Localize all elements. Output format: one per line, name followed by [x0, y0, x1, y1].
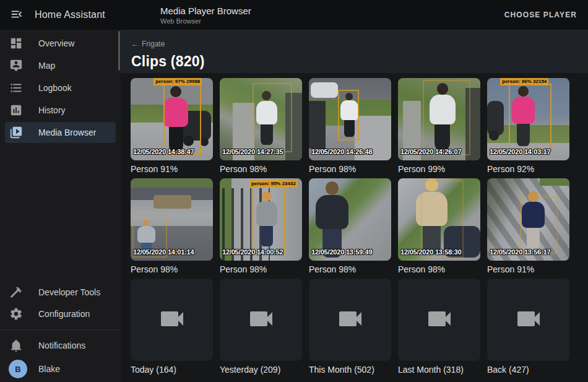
- clip-caption: Person 98%: [309, 264, 391, 274]
- folder-thumbnail[interactable]: [309, 279, 391, 361]
- sidebar-item-label: Map: [38, 61, 55, 71]
- breadcrumb-label: Frigate: [142, 40, 165, 48]
- detection-label: person: 97% 29988: [153, 78, 202, 85]
- folder-item[interactable]: Today (164): [131, 279, 213, 375]
- detection-bounding-box: [421, 180, 464, 258]
- person-figure: [316, 181, 348, 259]
- sidebar-item-user-profile[interactable]: B Blake: [5, 357, 116, 381]
- avatar: B: [9, 360, 27, 378]
- photo-shape: [309, 101, 326, 149]
- bell-icon: [9, 338, 24, 353]
- sidebar-item-label: Media Browser: [38, 128, 96, 137]
- topbar-left: Home Assistant: [0, 7, 121, 23]
- detection-bounding-box: [338, 90, 360, 141]
- clip-item[interactable]: 12/05/2020 14:27:35Person 98%: [220, 78, 302, 174]
- user-name-label: Blake: [38, 364, 60, 374]
- sidebar-item-notifications[interactable]: Notifications: [5, 335, 116, 356]
- clip-timestamp: 12/05/2020 13:58:30: [400, 248, 461, 256]
- clip-thumbnail[interactable]: person: 97% 2998812/05/2020 14:38:47: [131, 78, 213, 160]
- video-camera-icon: [335, 304, 365, 336]
- clips-grid: person: 97% 2998812/05/2020 14:38:47Pers…: [131, 78, 578, 375]
- clip-thumbnail[interactable]: 12/05/2020 14:27:35: [220, 78, 302, 160]
- folder-thumbnail[interactable]: [398, 279, 480, 361]
- folder-thumbnail[interactable]: [220, 279, 302, 361]
- clip-caption: Person 99%: [398, 164, 480, 174]
- hammer-icon: [9, 285, 24, 300]
- video-camera-icon: [246, 304, 276, 336]
- sidebar-item-map[interactable]: Map: [5, 55, 116, 76]
- clip-caption: Person 98%: [220, 264, 302, 274]
- folder-caption: Today (164): [131, 365, 213, 375]
- clip-timestamp: 12/05/2020 14:26:48: [311, 148, 372, 155]
- page-subtitle: Web Browser: [160, 17, 251, 25]
- clip-item[interactable]: person: 96% 3215412/05/2020 14:03:17Pers…: [487, 78, 569, 174]
- clip-item[interactable]: 12/05/2020 14:26:07Person 99%: [398, 78, 480, 174]
- clip-caption: Person 98%: [220, 164, 302, 174]
- clip-thumbnail[interactable]: 12/05/2020 14:26:48: [309, 78, 391, 160]
- sidebar-item-logbook[interactable]: Logbook: [5, 77, 116, 98]
- clip-timestamp: 12/05/2020 14:00:52: [222, 248, 283, 256]
- sidebar-toggle-button[interactable]: [10, 7, 24, 23]
- clip-caption: Person 92%: [487, 164, 569, 174]
- top-app-bar: Home Assistant Media Player Browser Web …: [0, 0, 588, 30]
- clip-timestamp: 12/05/2020 14:38:47: [133, 148, 194, 155]
- clip-item[interactable]: 12/05/2020 13:59:49Person 98%: [309, 178, 391, 274]
- photo-shape: [311, 82, 338, 98]
- detection-bounding-box: [423, 80, 470, 155]
- detection-bounding-box: [163, 81, 201, 155]
- sidebar-item-developer-tools[interactable]: Developer Tools: [5, 282, 116, 303]
- folder-thumbnail[interactable]: [131, 279, 213, 361]
- sidebar: Overview Map Logbook History Media Brows…: [0, 30, 121, 382]
- chart-box-icon: [9, 103, 24, 118]
- folder-item[interactable]: Last Month (318): [398, 279, 480, 375]
- clip-item[interactable]: 12/05/2020 13:58:30Person 98%: [398, 178, 480, 274]
- clip-timestamp: 12/05/2020 14:27:35: [222, 148, 283, 155]
- menu-open-icon: [10, 7, 24, 23]
- detection-bounding-box: [520, 196, 558, 254]
- sidebar-item-media-browser[interactable]: Media Browser: [5, 122, 116, 143]
- breadcrumb-back-frigate[interactable]: ←Frigate: [131, 40, 165, 48]
- view-dashboard-icon: [9, 36, 24, 51]
- app-title: Home Assistant: [35, 9, 105, 20]
- clip-thumbnail[interactable]: 12/05/2020 14:01:14: [131, 178, 213, 261]
- clip-thumbnail[interactable]: 12/05/2020 14:26:07: [398, 78, 480, 160]
- back-arrow-icon: ←: [131, 40, 139, 48]
- folder-caption: Last Month (318): [398, 365, 480, 375]
- photo-shape: [153, 195, 191, 209]
- clip-caption: Person 98%: [398, 264, 480, 274]
- folder-caption: Back (427): [487, 365, 569, 375]
- sidebar-item-configuration[interactable]: Configuration: [5, 303, 116, 324]
- detection-bounding-box: [251, 185, 286, 254]
- video-camera-icon: [425, 304, 454, 336]
- clip-caption: Person 91%: [131, 164, 213, 174]
- clip-thumbnail[interactable]: 12/05/2020 13:56:17: [487, 178, 569, 261]
- clip-item[interactable]: 12/05/2020 14:26:48Person 98%: [309, 78, 391, 174]
- clip-item[interactable]: 12/05/2020 13:56:17Person 91%: [487, 178, 569, 274]
- choose-player-button[interactable]: CHOOSE PLAYER: [504, 11, 577, 19]
- sidebar-item-label: Configuration: [38, 309, 90, 319]
- clip-caption: Person 98%: [309, 164, 391, 174]
- clip-thumbnail[interactable]: person: 96% 3215412/05/2020 14:03:17: [487, 78, 569, 160]
- clip-timestamp: 12/05/2020 13:56:17: [490, 248, 550, 256]
- clip-item[interactable]: person: 97% 2998812/05/2020 14:38:47Pers…: [131, 78, 213, 174]
- clip-thumbnail[interactable]: 12/05/2020 13:59:49: [309, 178, 391, 261]
- clip-thumbnail[interactable]: 12/05/2020 13:58:30: [398, 178, 480, 261]
- folder-item[interactable]: This Month (502): [309, 279, 391, 375]
- clip-item[interactable]: 12/05/2020 14:01:14Person 98%: [131, 178, 213, 274]
- sidebar-item-label: Notifications: [38, 341, 85, 350]
- detection-label: person: 95% 23432: [249, 180, 298, 188]
- folder-item[interactable]: Back (427): [487, 279, 569, 375]
- sidebar-item-overview[interactable]: Overview: [5, 33, 116, 54]
- clip-thumbnail[interactable]: person: 95% 2343212/05/2020 14:00:52: [220, 178, 302, 261]
- sidebar-item-history[interactable]: History: [5, 100, 116, 121]
- page-title-block: Media Player Browser Web Browser: [160, 6, 251, 25]
- sidebar-scrollbar[interactable]: [118, 31, 120, 71]
- media-browser-content: person: 97% 2998812/05/2020 14:38:47Pers…: [121, 73, 588, 382]
- detection-label: person: 96% 32154: [500, 78, 548, 85]
- detection-bounding-box: [509, 84, 551, 149]
- folder-item[interactable]: Yesterday (209): [220, 279, 302, 375]
- folder-thumbnail[interactable]: [487, 279, 569, 361]
- clip-item[interactable]: person: 95% 2343212/05/2020 14:00:52Pers…: [220, 178, 302, 274]
- page-heading-clips: Clips (820): [131, 53, 588, 70]
- sidebar-item-label: History: [38, 105, 66, 115]
